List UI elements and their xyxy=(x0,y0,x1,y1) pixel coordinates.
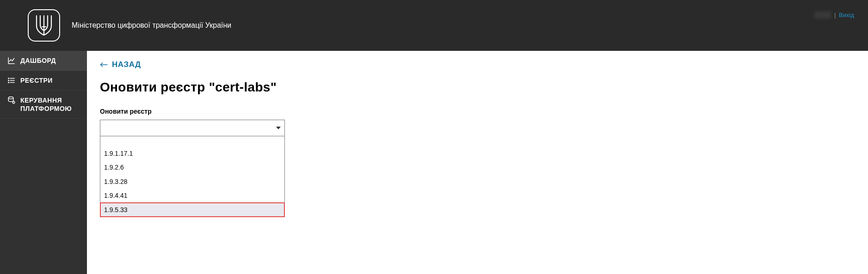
main-content: НАЗАД Оновити реєстр "cert-labs" Оновити… xyxy=(87,51,868,274)
divider: | xyxy=(834,12,836,18)
version-option[interactable] xyxy=(100,136,284,146)
trident-icon xyxy=(34,14,54,37)
user-name xyxy=(814,12,831,18)
sidebar-item-label: ДАШБОРД xyxy=(20,57,56,64)
sidebar-item-label: КЕРУВАННЯ ПЛАТФОРМОЮ xyxy=(20,96,80,113)
list-icon xyxy=(7,76,16,85)
version-option[interactable]: 1.9.3.28 xyxy=(100,175,284,189)
chevron-down-icon xyxy=(276,127,281,129)
back-label: НАЗАД xyxy=(112,60,141,69)
chart-line-icon xyxy=(7,56,16,65)
arrow-left-icon xyxy=(100,61,108,68)
logout-link[interactable]: Вихід xyxy=(839,12,854,18)
sidebar-item-registries[interactable]: РЕЄСТРИ xyxy=(0,71,87,91)
svg-point-7 xyxy=(12,101,15,104)
svg-marker-9 xyxy=(276,127,281,129)
update-registry-form: Оновити реєстр 1.9.1.17.11.9.2.61.9.3.28… xyxy=(100,101,289,217)
svg-point-3 xyxy=(8,78,9,79)
sidebar: ДАШБОРД РЕЄСТРИ КЕРУВАННЯ ПЛАТФОРМОЮ xyxy=(0,51,87,274)
sidebar-item-label: РЕЄСТРИ xyxy=(20,77,53,84)
app-header: Міністерство цифрової трансформації Укра… xyxy=(0,0,868,51)
org-title: Міністерство цифрової трансформації Укра… xyxy=(72,21,231,30)
version-field-label: Оновити реєстр xyxy=(100,108,289,115)
version-option[interactable]: 1.9.4.41 xyxy=(100,189,284,202)
sidebar-item-dashboard[interactable]: ДАШБОРД xyxy=(0,51,87,71)
version-option[interactable]: 1.9.5.33 xyxy=(100,203,284,217)
page-title: Оновити реєстр "cert-labs" xyxy=(100,80,855,95)
svg-point-5 xyxy=(8,82,9,83)
version-select[interactable] xyxy=(100,120,285,136)
app-logo xyxy=(28,9,60,42)
logo-section: Міністерство цифрової трансформації Укра… xyxy=(28,9,231,42)
version-option[interactable]: 1.9.2.6 xyxy=(100,160,284,174)
version-dropdown: 1.9.1.17.11.9.2.61.9.3.281.9.4.411.9.5.3… xyxy=(100,136,285,217)
back-link[interactable]: НАЗАД xyxy=(100,60,141,69)
database-gear-icon xyxy=(7,96,16,104)
svg-point-6 xyxy=(8,97,13,99)
sidebar-item-platform-management[interactable]: КЕРУВАННЯ ПЛАТФОРМОЮ xyxy=(0,91,87,119)
version-option[interactable]: 1.9.1.17.1 xyxy=(100,146,284,160)
header-user-area: | Вихід xyxy=(814,12,854,18)
svg-point-4 xyxy=(8,80,9,81)
